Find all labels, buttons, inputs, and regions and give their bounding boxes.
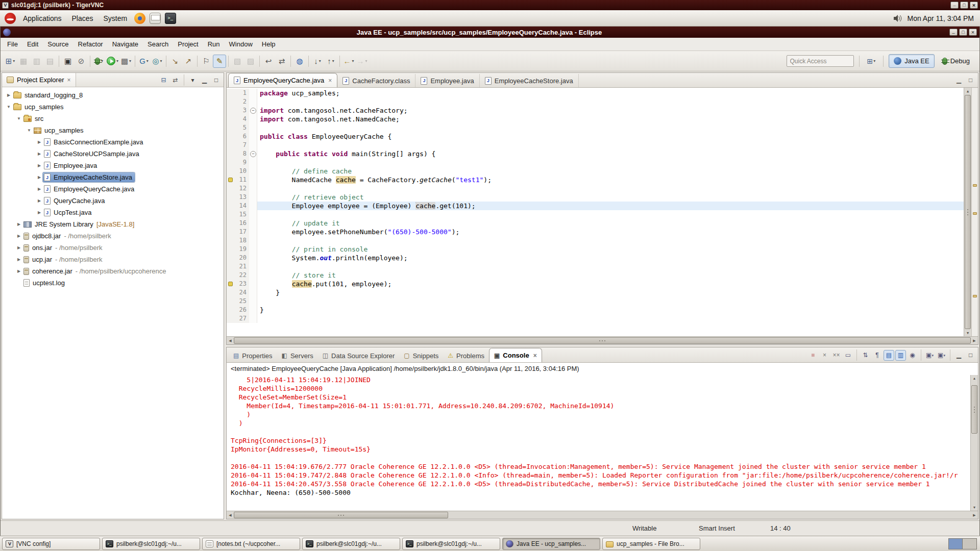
- tree-item-ucp-samples[interactable]: ▼ucp_samples: [2, 124, 224, 136]
- line-marker-bar[interactable]: [227, 97, 234, 106]
- last-edit-location-icon[interactable]: ↩: [262, 55, 275, 68]
- line-marker-bar[interactable]: [227, 236, 234, 245]
- run-icon[interactable]: ▾: [106, 55, 119, 68]
- next-annotation-icon[interactable]: ↓▾: [311, 55, 324, 68]
- menu-edit[interactable]: Edit: [22, 38, 43, 50]
- menu-window[interactable]: Window: [225, 38, 257, 50]
- previous-annotation-icon[interactable]: ↑▾: [324, 55, 337, 68]
- menu-file[interactable]: File: [3, 38, 22, 50]
- menu-source[interactable]: Source: [43, 38, 73, 50]
- tab-console[interactable]: ▣Console×: [489, 348, 542, 362]
- fold-collapse-icon[interactable]: [249, 106, 257, 115]
- remove-all-launches-icon[interactable]: ××: [831, 350, 842, 361]
- display-selected-console-icon[interactable]: ▣▾: [924, 350, 935, 361]
- terminal-launcher-icon[interactable]: [165, 13, 176, 24]
- line-marker-bar[interactable]: [227, 254, 234, 262]
- overview-ruler[interactable]: [971, 88, 978, 336]
- tree-item-coherence-jar[interactable]: ▶coherence.jar - /home/psilberk/ucpcoher…: [2, 265, 224, 277]
- collapse-all-icon[interactable]: ⊟: [158, 74, 169, 85]
- scroll-up-icon[interactable]: ▲: [964, 88, 971, 94]
- line-marker-bar[interactable]: [227, 219, 234, 228]
- scroll-lock-icon[interactable]: ⇅: [860, 350, 871, 361]
- line-marker-bar[interactable]: [227, 193, 234, 202]
- scroll-down-icon[interactable]: ▼: [964, 330, 971, 336]
- line-marker-bar[interactable]: [227, 245, 234, 254]
- tree-expander-icon[interactable]: ▼: [15, 116, 22, 121]
- line-marker-bar[interactable]: [227, 306, 234, 314]
- remove-launch-icon[interactable]: ×: [819, 350, 830, 361]
- scroll-left-icon[interactable]: ◀: [227, 511, 234, 519]
- firefox-launcher-icon[interactable]: [134, 13, 145, 24]
- tab-problems[interactable]: ⚠Problems: [443, 349, 489, 362]
- vnc-minimize-button[interactable]: [950, 2, 959, 9]
- save-icon[interactable]: ▦: [17, 55, 30, 68]
- taskbar-java-ee-ucp-samples[interactable]: Java EE - ucp_samples...: [502, 538, 600, 550]
- line-marker-bar[interactable]: [227, 167, 234, 176]
- line-marker-bar[interactable]: [227, 141, 234, 149]
- menu-project[interactable]: Project: [173, 38, 203, 50]
- line-marker-bar[interactable]: [227, 132, 234, 141]
- line-marker-bar[interactable]: [227, 202, 234, 210]
- line-marker-bar[interactable]: [227, 184, 234, 193]
- link-with-editor-icon[interactable]: ⇄: [275, 55, 288, 68]
- quick-access-input[interactable]: [787, 55, 854, 67]
- editor-vscroll-thumb[interactable]: [965, 95, 971, 329]
- editor-vertical-scrollbar[interactable]: ▲ ▼: [964, 88, 971, 336]
- new-wizard-icon[interactable]: ⊞▾: [4, 55, 17, 68]
- tree-item-employeequerycache-java[interactable]: ▶EmployeeQueryCache.java: [2, 183, 224, 195]
- menu-search[interactable]: Search: [143, 38, 173, 50]
- eclipse-minimize-button[interactable]: [949, 29, 958, 36]
- line-marker-bar[interactable]: [227, 123, 234, 132]
- link-with-editor-icon[interactable]: ⇄: [170, 74, 181, 85]
- console-vertical-scrollbar[interactable]: ▲ ▼: [970, 375, 978, 511]
- taskbar-ucp-samples-file-bro[interactable]: ucp_samples - File Bro...: [602, 538, 700, 550]
- workspace-2[interactable]: [963, 539, 976, 549]
- show-stderr-icon[interactable]: ▥: [895, 350, 906, 361]
- workspace-1[interactable]: [949, 539, 963, 549]
- line-marker-bar[interactable]: [227, 297, 234, 306]
- tree-item-ucp-jar[interactable]: ▶ucp.jar - /home/psilberk: [2, 254, 224, 265]
- tab-snippets[interactable]: ▢Snippets: [399, 349, 443, 362]
- occurrence-overview-mark[interactable]: [973, 184, 977, 187]
- console-hscroll-thumb[interactable]: [234, 512, 448, 518]
- tree-item-ons-jar[interactable]: ▶ons.jar - /home/psilberk: [2, 242, 224, 254]
- save-all-icon[interactable]: ▥: [30, 55, 43, 68]
- scroll-right-icon[interactable]: ▶: [971, 337, 978, 344]
- new-interface-icon[interactable]: ▨: [244, 55, 257, 68]
- tab-data-source-explorer[interactable]: ◫Data Source Explorer: [318, 349, 400, 362]
- forward-icon[interactable]: →▾: [355, 55, 369, 68]
- terminate-icon[interactable]: ■: [807, 350, 818, 361]
- tree-expander-icon[interactable]: ▶: [36, 187, 43, 191]
- tree-expander-icon[interactable]: ▶: [36, 210, 43, 215]
- new-class-icon[interactable]: ▧: [231, 55, 244, 68]
- tree-expander-icon[interactable]: ▶: [15, 245, 22, 250]
- skip-breakpoints-icon[interactable]: ⊘: [75, 55, 88, 68]
- maximize-editor-icon[interactable]: □: [965, 74, 976, 85]
- menu-help[interactable]: Help: [257, 38, 280, 50]
- mail-launcher-icon[interactable]: [150, 13, 161, 24]
- minimize-editor-icon[interactable]: ▁: [953, 74, 964, 85]
- tree-expander-icon[interactable]: ▶: [15, 222, 22, 227]
- applications-menu[interactable]: Applications: [18, 12, 66, 25]
- line-marker-bar[interactable]: [227, 176, 234, 184]
- scroll-right-icon[interactable]: ▶: [971, 511, 978, 519]
- print-icon[interactable]: ▤: [43, 55, 57, 68]
- perspective-debug[interactable]: Debug: [938, 54, 974, 68]
- scroll-up-icon[interactable]: ▲: [971, 375, 978, 382]
- line-marker-bar[interactable]: [227, 115, 234, 123]
- back-icon[interactable]: ←▾: [342, 55, 355, 68]
- tree-item-employee-java[interactable]: ▶Employee.java: [2, 160, 224, 171]
- taskbar-psilberk-slc01gdj-u[interactable]: psilberk@slc01gdj:~/u...: [402, 538, 500, 550]
- close-icon[interactable]: ×: [328, 77, 332, 84]
- editor-tab-cachefactory-class[interactable]: CacheFactory.class: [337, 74, 415, 87]
- menu-navigate[interactable]: Navigate: [108, 38, 143, 50]
- editor-tab-employeecachestore-java[interactable]: EmployeeCacheStore.java: [480, 74, 579, 87]
- vnc-titlebar[interactable]: slc01gdj:1 (psilberk) - TigerVNC: [0, 0, 980, 10]
- eclipse-close-button[interactable]: [969, 29, 977, 36]
- tree-expander-icon[interactable]: ▼: [5, 105, 12, 109]
- tree-expander-icon[interactable]: ▼: [26, 128, 33, 133]
- maximize-view-icon[interactable]: □: [965, 350, 976, 361]
- menu-refactor[interactable]: Refactor: [74, 38, 108, 50]
- tree-expander-icon[interactable]: ▶: [36, 163, 43, 168]
- export-resource-icon[interactable]: ↗: [182, 55, 195, 68]
